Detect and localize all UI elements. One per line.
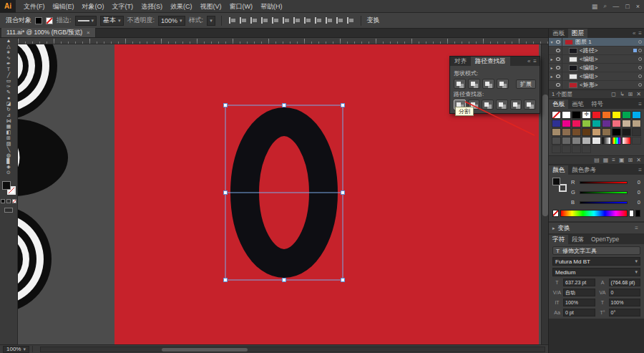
panel-menu-icon[interactable]: ≡ (533, 58, 537, 64)
baseline-shift-field[interactable]: Aa 0 pt (552, 309, 595, 316)
panel-tab[interactable]: 颜色 (549, 165, 568, 175)
menu-item[interactable]: 对象(O) (79, 0, 108, 13)
menu-item[interactable]: 效果(C) (167, 0, 196, 13)
panel-tab[interactable]: 对齐 (450, 57, 471, 66)
swatch[interactable] (552, 137, 561, 145)
panel-menu-icon[interactable]: ≡ (638, 30, 642, 37)
channel-value[interactable]: 0 (630, 179, 640, 185)
vertical-scrollbar[interactable] (541, 44, 548, 344)
make-mask-icon[interactable]: ◻ (611, 91, 616, 97)
layer-row[interactable]: ▸ <编组> (549, 55, 644, 64)
swatch[interactable] (622, 120, 631, 127)
swatch[interactable] (632, 137, 641, 145)
swatch[interactable] (562, 128, 571, 136)
paintbrush-tool[interactable]: ✑ (0, 84, 17, 90)
outline-icon[interactable] (510, 100, 522, 110)
menu-item[interactable]: 窗口(W) (226, 0, 257, 13)
fill-proxy-swatch[interactable] (552, 178, 560, 185)
blob-brush-tool[interactable]: ● (0, 95, 17, 101)
gradient-tool[interactable]: ▨ (0, 141, 17, 147)
zoom-level-dropdown[interactable]: 100% ▾ (3, 346, 29, 353)
menu-item[interactable]: 选择(S) (137, 0, 166, 13)
transform-label[interactable]: 变换 (367, 16, 380, 25)
menu-item[interactable]: 视图(V) (197, 0, 225, 13)
lasso-tool[interactable]: ∿ (0, 55, 17, 61)
intersect-icon[interactable] (482, 79, 494, 89)
character-rotation-field[interactable]: T° 0° (598, 309, 641, 316)
color-mode-button[interactable] (1, 199, 5, 203)
hand-tool[interactable]: ◈ (0, 164, 17, 170)
layer-label[interactable]: 图层 1 (575, 38, 637, 46)
swatch[interactable] (582, 120, 591, 127)
distribute-bottom-icon[interactable] (346, 16, 355, 25)
align-right-icon[interactable] (249, 16, 258, 25)
expand-button[interactable]: 扩展 (516, 79, 536, 89)
line-segment-tool[interactable]: ╱ (0, 72, 17, 78)
rotate-tool[interactable]: ↻ (0, 107, 17, 112)
visibility-cell[interactable] (555, 81, 562, 89)
restore-button[interactable]: □ (625, 3, 629, 10)
swatch[interactable] (602, 128, 611, 136)
unite-icon[interactable] (454, 79, 466, 89)
touch-type-tool-button[interactable]: T 修饰文字工具 (552, 246, 640, 255)
none-mode-button[interactable] (12, 199, 16, 203)
distribute-middle-icon[interactable] (335, 16, 344, 25)
swatch[interactable] (612, 111, 621, 119)
minimize-button[interactable]: — (613, 3, 619, 10)
align-left-icon[interactable] (228, 16, 237, 25)
new-color-group-icon[interactable]: ▣ (619, 157, 625, 163)
minus-back-icon[interactable] (524, 100, 536, 110)
horizontal-scale-field[interactable]: T 100% (598, 299, 641, 306)
swatch[interactable] (582, 137, 591, 145)
layer-label[interactable]: <路径> (580, 47, 632, 54)
rectangle-tool[interactable]: ▭ (0, 78, 17, 84)
eraser-tool[interactable]: ◪ (0, 101, 17, 107)
swatch[interactable] (582, 111, 591, 119)
swatch[interactable] (562, 145, 571, 153)
vertical-scale-field[interactable]: IT 100% (552, 299, 595, 306)
fill-stroke-proxy[interactable] (552, 178, 567, 192)
swatch[interactable] (622, 137, 631, 145)
swatch[interactable] (592, 128, 601, 136)
swatch-options-icon[interactable]: ≡ (612, 157, 615, 163)
screen-mode-button[interactable] (4, 208, 13, 213)
vertical-scrollbar-thumb[interactable] (542, 95, 548, 216)
target-circle-icon[interactable] (638, 57, 642, 61)
panel-menu-icon[interactable]: ≡ (638, 167, 642, 173)
distribute-left-icon[interactable] (292, 16, 301, 25)
merge-icon[interactable] (482, 100, 494, 110)
style-dropdown[interactable]: ▾ (207, 16, 215, 26)
layer-label[interactable]: <编组> (580, 55, 637, 63)
swatch[interactable] (552, 111, 561, 119)
workspace-switcher-icon[interactable]: ▦ (592, 3, 598, 10)
swatch[interactable] (612, 128, 621, 136)
channel-slider[interactable] (580, 181, 628, 184)
target-circle-icon[interactable] (638, 74, 642, 78)
new-sublayer-icon[interactable]: ↳ (620, 91, 625, 97)
swatch[interactable] (602, 111, 611, 119)
delete-swatch-icon[interactable]: ✕ (636, 157, 641, 163)
swatch[interactable] (562, 120, 571, 127)
panel-tab[interactable]: 符号 (587, 100, 607, 109)
document-tab[interactable]: 111.ai* @ 100% (RGB/预览) × (1, 28, 96, 37)
channel-slider[interactable] (580, 201, 628, 204)
expand-caret-icon[interactable]: ▸ (549, 74, 555, 79)
blend-tool[interactable]: ◍ (0, 153, 17, 158)
swatch[interactable] (572, 111, 581, 119)
visibility-cell[interactable] (555, 64, 562, 72)
swatch[interactable] (602, 137, 611, 145)
shape-builder-tool[interactable]: ◧ (0, 130, 17, 135)
layer-row[interactable]: ▸ <编组> (549, 64, 644, 72)
channel-value[interactable]: 0 (630, 199, 640, 205)
channel-value[interactable]: 0 (630, 189, 640, 195)
search-icon[interactable]: ⌕ (603, 2, 607, 10)
fill-color-swatch[interactable] (35, 17, 42, 24)
expand-caret-icon[interactable]: ▾ (549, 39, 555, 44)
distribute-center-h-icon[interactable] (303, 16, 312, 25)
swatch[interactable] (552, 120, 561, 127)
swatch[interactable] (622, 111, 631, 119)
align-bottom-icon[interactable] (281, 16, 291, 25)
panel-tab[interactable]: 颜色参考 (568, 165, 600, 175)
visibility-cell[interactable] (555, 72, 562, 80)
color-spectrum[interactable] (560, 210, 628, 217)
